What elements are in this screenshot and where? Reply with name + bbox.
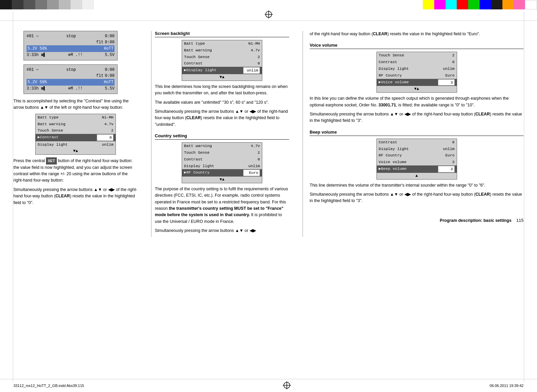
color-yellow [423, 0, 434, 9]
footer-left: 33112_mx12_HoTT_2_GB.indd Abs39:115 [13, 384, 84, 388]
page-label: Program description: basic settings [440, 218, 511, 223]
lcd-blue-row: 5.2V 50% HoTT [27, 45, 115, 52]
lcd2-voltage2: 5.5V [105, 86, 115, 92]
left-para-1: This is accomplished by selecting the "C… [13, 98, 138, 111]
left-column: #01 — stop 0:00 flt 0:00 5.2V 50% HoTT 3… [13, 31, 148, 237]
section-beep-volume: Beep volume [310, 130, 524, 136]
lcd2-row-2: flt 0:00 [27, 73, 115, 79]
color-block-8 [82, 0, 94, 9]
color-red [457, 0, 468, 9]
menu-vv-country: RF Country Euro [377, 72, 457, 79]
menu-bv-voice: Voice volume 3 [377, 159, 457, 165]
lcd2-hott: HoTT [104, 79, 114, 85]
left-para-3: Simultaneously pressing the arrow button… [13, 187, 138, 206]
color-black2 [491, 0, 502, 9]
color-cyan [446, 0, 457, 9]
color-block-7 [71, 0, 82, 9]
lcd-display-1: #01 — stop 0:00 flt 0:00 5.2V 50% HoTT 3… [24, 31, 118, 60]
right-para-3: This line determines the volume of the t… [310, 182, 524, 189]
menu-voice: Touch Sense 2 Contrast 0 Display light u… [376, 52, 457, 93]
color-block-1 [0, 0, 12, 9]
lcd-stop-label: stop [66, 33, 76, 39]
lcd-display-2: #01 — stop 0:00 flt 0:00 5.2V 50% HoTT 3… [24, 64, 118, 94]
menu-co-contrast: Contrast 0 [182, 156, 262, 163]
menu-bv-country: RF Country Euro [377, 152, 457, 159]
right-column: of the right-hand four-way button (CLEAR… [306, 31, 524, 237]
top-left-bars [0, 0, 94, 9]
lcd-voltage-pct: 5.2V 50% [28, 46, 47, 52]
lcd-channel: #01 — [27, 33, 39, 39]
menu-bv-beep-selected: ▶Beep volume 3 [377, 165, 457, 173]
color-block-5 [47, 0, 59, 9]
menu-backlight: Batt type Ni-MH Batt warning 4.7v Touch … [182, 40, 262, 81]
color-block-3 [24, 0, 35, 9]
center-reg-mark [265, 10, 273, 19]
menu-bl-touch: Touch Sense 2 [182, 54, 262, 60]
menu-co-batt-warn: Batt warning 4.7v [182, 143, 262, 149]
menu-arrows-contrast: ▼▲ [36, 148, 116, 154]
menu-arrows-beep: ▲ [377, 173, 457, 179]
lcd2-flt-value: 0:00 [105, 73, 115, 79]
mid-para-2: The available values are "unlimited" "30… [155, 99, 289, 106]
mid-para-5: Simultaneously pressing the arrow button… [155, 228, 289, 234]
bottom-reg-mark [283, 381, 291, 390]
color-block-6 [59, 0, 71, 9]
menu-arrows-backlight: ▼▲ [182, 74, 262, 81]
top-right-bars [423, 0, 537, 9]
lcd-flt-label: flt [96, 39, 104, 45]
lcd-signal: ⊗M .!! [68, 52, 83, 58]
menu-bl-batt-warn: Batt warning 4.7v [182, 47, 262, 54]
lcd2-row-1: #01 — stop 0:00 [27, 67, 115, 73]
color-pink [513, 0, 525, 9]
menu-row-contrast-selected: ▶Contrast 0 [36, 134, 116, 141]
color-block-2 [12, 0, 24, 9]
color-block-4 [35, 0, 47, 9]
menu-contrast: Batt type Ni-MH Batt warning 4.7v Touch … [35, 114, 116, 155]
right-para-4: Simultaneously pressing the arrow button… [310, 191, 524, 204]
menu-bl-display-light-selected: ▶Display light unlim [182, 67, 262, 74]
mid-para-1: This line determines how long the screen… [155, 84, 289, 97]
lcd-voltage2: 5.5V [105, 52, 115, 58]
lcd2-stop-label: stop [66, 67, 76, 73]
menu-bl-batt-type: Batt type Ni-MH [182, 40, 262, 47]
footer-right: 06.06.2011 19:39:42 [490, 384, 524, 388]
page-number: 115 [516, 218, 524, 223]
menu-arrows-country: ▼▲ [182, 177, 262, 183]
menu-arrows-voice: ▼▲ [377, 86, 457, 92]
mid-para-3: Simultaneously pressing the arrow button… [155, 108, 289, 128]
menu-row-touch: Touch Sense 2 [36, 127, 116, 134]
right-para-2: Simultaneously pressing the arrow button… [310, 111, 524, 124]
menu-bv-display: Display light unlim [377, 146, 457, 152]
lcd-flt-value: 0:00 [105, 39, 115, 45]
color-orange [502, 0, 514, 9]
lcd2-time: 3:33h ☎▌ [27, 86, 46, 92]
main-content: #01 — stop 0:00 flt 0:00 5.2V 50% HoTT 3… [0, 21, 537, 244]
menu-vv-voice-selected: ▶Voice volume 3 [377, 79, 457, 86]
menu-vv-contrast: Contrast 0 [377, 59, 457, 65]
lcd2-stop-value: 0:00 [105, 67, 115, 73]
lcd-hott: HoTT [104, 46, 114, 52]
set-button-inline: SET [46, 157, 56, 164]
footer: 33112_mx12_HoTT_2_GB.indd Abs39:115 06.0… [0, 379, 537, 392]
menu-bv-contrast: Contrast 0 [377, 139, 457, 146]
lcd2-channel: #01 — [27, 67, 39, 73]
lcd2-voltage-pct: 5.2V 50% [28, 79, 47, 85]
lcd2-row-4: 3:33h ☎▌ ⊗M .!! 5.5V [27, 86, 115, 92]
menu-row-batt-type: Batt type Ni-MH [36, 114, 116, 121]
mid-para-4: The purpose of the country setting is to… [155, 186, 289, 225]
left-mid-divider [151, 31, 151, 237]
mid-right-divider [303, 31, 303, 237]
right-margin-line [524, 11, 524, 382]
section-country-setting: Country setting [155, 133, 289, 140]
menu-beep: Contrast 0 Display light unlim RF Countr… [376, 139, 457, 180]
color-green [468, 0, 480, 9]
color-blue [480, 0, 491, 9]
lcd-row-1: #01 — stop 0:00 [27, 33, 115, 39]
top-reg-bar [0, 9, 537, 21]
lcd-stop-value: 0:00 [105, 33, 115, 39]
lcd2-blue-row: 5.2V 50% HoTT [27, 79, 115, 86]
menu-country: Batt warning 4.7v Touch Sense 2 Contrast… [182, 142, 262, 183]
menu-co-touch: Touch Sense 2 [182, 149, 262, 156]
menu-co-display: Display light unlim [182, 163, 262, 169]
right-para-1: In this line you can define the volume o… [310, 95, 524, 108]
